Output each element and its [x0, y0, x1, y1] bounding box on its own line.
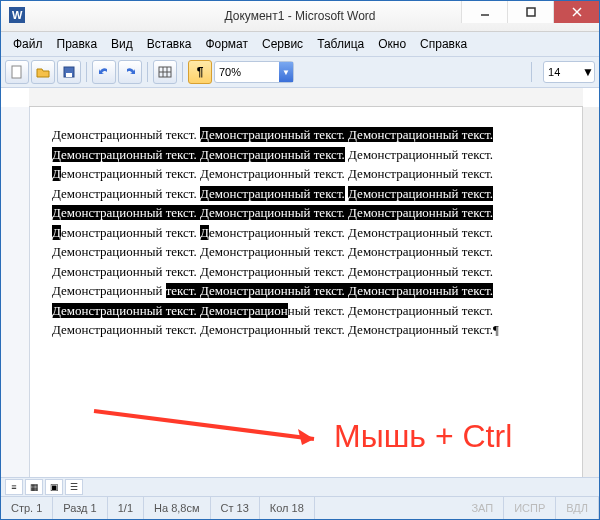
menubar: Файл Правка Вид Вставка Формат Сервис Та…: [1, 32, 599, 57]
text-run[interactable]: емонстрационный текст.: [61, 225, 200, 240]
menu-window[interactable]: Окно: [372, 35, 412, 53]
statusbar: Стр. 1 Разд 1 1/1 На 8,8см Ст 13 Кол 18 …: [1, 496, 599, 519]
arrow-head-icon: [298, 429, 314, 445]
table-button[interactable]: [153, 60, 177, 84]
table-icon: [158, 65, 172, 79]
separator: [182, 62, 183, 82]
menu-table[interactable]: Таблица: [311, 35, 370, 53]
word-icon: W: [9, 7, 25, 23]
save-icon: [62, 65, 76, 79]
new-button[interactable]: [5, 60, 29, 84]
titlebar: W Документ1 - Microsoft Word: [1, 1, 599, 32]
page-content[interactable]: Демонстрационный текст. Демонстрационный…: [30, 107, 582, 477]
document-area: Демонстрационный текст. Демонстрационный…: [1, 107, 599, 477]
web-view-button[interactable]: ▦: [25, 479, 43, 495]
new-doc-icon: [10, 65, 24, 79]
open-button[interactable]: [31, 60, 55, 84]
save-button[interactable]: [57, 60, 81, 84]
separator: [86, 62, 87, 82]
font-size-input[interactable]: [544, 66, 582, 78]
show-formatting-button[interactable]: ¶: [188, 60, 212, 84]
menu-edit[interactable]: Правка: [51, 35, 104, 53]
close-icon: [572, 7, 582, 17]
text-run[interactable]: Демонстрационный текст.: [52, 127, 200, 142]
undo-button[interactable]: [92, 60, 116, 84]
vertical-scrollbar[interactable]: [582, 107, 599, 477]
close-button[interactable]: [553, 1, 599, 23]
text-run[interactable]: Демонстрационный текст.: [345, 147, 493, 162]
toolbar: ¶ ▼ ▼: [1, 57, 599, 88]
maximize-icon: [526, 7, 536, 17]
open-icon: [36, 65, 50, 79]
minimize-button[interactable]: [461, 1, 507, 23]
view-switch-bar: ≡ ▦ ▣ ☰: [1, 477, 599, 496]
selected-text[interactable]: Д: [52, 166, 61, 181]
font-size-combo[interactable]: ▼: [543, 61, 595, 83]
status-at[interactable]: На 8,8см: [144, 497, 210, 519]
redo-button[interactable]: [118, 60, 142, 84]
separator: [531, 62, 532, 82]
minimize-icon: [480, 7, 490, 17]
menu-tools[interactable]: Сервис: [256, 35, 309, 53]
annotation-text: Мышь + Ctrl: [334, 418, 512, 454]
menu-format[interactable]: Формат: [199, 35, 254, 53]
status-pages[interactable]: 1/1: [108, 497, 144, 519]
window-controls: [461, 1, 599, 23]
ruler[interactable]: [29, 88, 583, 107]
menu-file[interactable]: Файл: [7, 35, 49, 53]
separator: [147, 62, 148, 82]
pilcrow-icon: ¶: [197, 65, 204, 79]
status-section[interactable]: Разд 1: [53, 497, 107, 519]
status-rec[interactable]: ЗАП: [461, 497, 504, 519]
menu-view[interactable]: Вид: [105, 35, 139, 53]
svg-rect-6: [12, 66, 21, 78]
maximize-button[interactable]: [507, 1, 553, 23]
status-page[interactable]: Стр. 1: [1, 497, 53, 519]
print-view-button[interactable]: ▣: [45, 479, 63, 495]
selected-text[interactable]: Демонстрационный текст.: [200, 186, 345, 201]
normal-view-button[interactable]: ≡: [5, 479, 23, 495]
status-trk[interactable]: ИСПР: [504, 497, 556, 519]
svg-rect-8: [66, 73, 72, 77]
font-size-dropdown[interactable]: ▼: [582, 65, 594, 79]
menu-insert[interactable]: Вставка: [141, 35, 198, 53]
left-gutter: [1, 107, 30, 477]
annotation-overlay: Мышь + Ctrl: [84, 399, 582, 459]
selected-text[interactable]: Д: [200, 225, 209, 240]
menu-help[interactable]: Справка: [414, 35, 473, 53]
undo-icon: [97, 65, 111, 79]
window-title: Документ1 - Microsoft Word: [224, 9, 375, 23]
status-col[interactable]: Кол 18: [260, 497, 315, 519]
svg-text:W: W: [12, 9, 23, 21]
zoom-dropdown[interactable]: ▼: [279, 62, 293, 82]
zoom-input[interactable]: [215, 66, 279, 78]
svg-rect-3: [527, 8, 535, 16]
paragraph[interactable]: Демонстрационный текст. Демонстрационный…: [52, 125, 560, 340]
arrow-icon: [94, 411, 314, 439]
status-ext[interactable]: ВДЛ: [556, 497, 599, 519]
app-window: W Документ1 - Microsoft Word Файл Правка…: [0, 0, 600, 520]
outline-view-button[interactable]: ☰: [65, 479, 83, 495]
status-line[interactable]: Ст 13: [211, 497, 260, 519]
redo-icon: [123, 65, 137, 79]
zoom-combo[interactable]: ▼: [214, 61, 294, 83]
